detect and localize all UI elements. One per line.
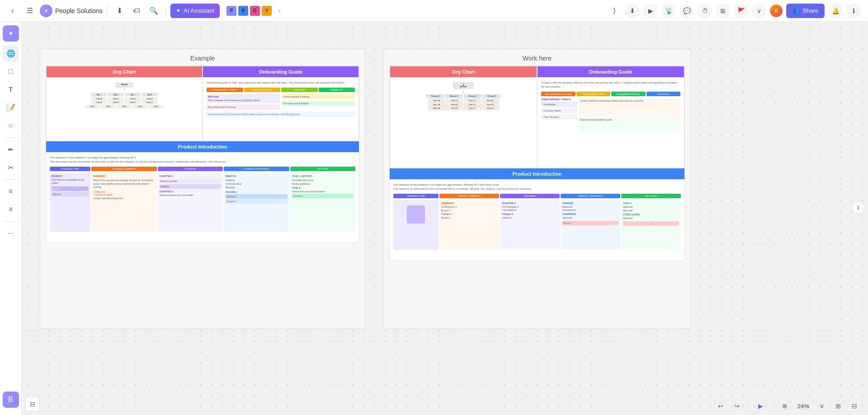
- doc-onboarding-work-header: Onboarding Guide: [538, 66, 684, 77]
- ai-icon: ✦: [176, 7, 181, 14]
- flag-button[interactable]: 🚩: [734, 4, 748, 18]
- doc-org-chart-work-header: Org Chart: [390, 66, 537, 77]
- grid-toggle-button[interactable]: ⊟: [848, 400, 861, 412]
- doc-org-chart-example-body: Director CEO, X Mgr 1 Mgr 2 Mgr 3 Mgr 4: [47, 77, 202, 140]
- doc-onboarding-example[interactable]: Onboarding Guide Onboarding guide to hel…: [203, 66, 359, 141]
- share-button[interactable]: 👥 Share: [786, 4, 825, 18]
- doc-org-chart-example[interactable]: Org Chart Director CEO, X: [46, 66, 203, 141]
- tag-button[interactable]: 🏷: [129, 4, 144, 18]
- left-sidebar: ✦ 🌐 □ T 📝 ○ ✒ ✂ ≡ ≡ ··· B: [0, 22, 22, 415]
- bottom-toolbar: ↩ ↪ ▶ ⊕ 24% ∨ ⊞ ⊟: [0, 397, 868, 415]
- timer-button[interactable]: ⏱: [698, 4, 712, 18]
- help-button[interactable]: ℹ: [846, 4, 861, 18]
- crop-button[interactable]: ⊞: [716, 4, 730, 18]
- doc-product-intro-example-body: The objective of this initiative is to b…: [46, 152, 359, 242]
- doc-onboarding-work[interactable]: Onboarding Guide Trying to offer the gre…: [537, 66, 684, 168]
- sidebar-icon-more[interactable]: ···: [3, 225, 19, 242]
- share-icon: 👥: [793, 7, 800, 14]
- redo-button[interactable]: ↪: [731, 400, 743, 412]
- pointer-button[interactable]: ▶: [755, 400, 767, 412]
- search-button[interactable]: 🔍: [146, 4, 161, 18]
- sidebar-brand[interactable]: ✦: [3, 25, 19, 42]
- sidebar-icon-shape[interactable]: ○: [3, 117, 19, 134]
- expand-button[interactable]: ⟩: [607, 4, 622, 18]
- sidebar-divider-3: [5, 221, 17, 222]
- frame-example-title: Example: [40, 49, 365, 65]
- frame-work-title: Work here: [384, 49, 690, 65]
- doc-product-intro-work-body: The objective of this initiative is to b…: [390, 179, 684, 261]
- doc-onboarding-example-body: Onboarding guide to help new employees g…: [203, 77, 359, 140]
- broadcast-button[interactable]: 📡: [661, 4, 676, 18]
- zoom-dropdown-button[interactable]: ∨: [816, 400, 828, 412]
- bottom-divider-2: [773, 401, 773, 410]
- sidebar-divider-2: [5, 179, 17, 180]
- doc-onboarding-work-body: Trying to offer the greatest effort for …: [538, 77, 684, 168]
- collab-avatars: P B G Y: [226, 5, 272, 16]
- doc-onboarding-example-header: Onboarding Guide: [203, 66, 359, 77]
- user-avatar[interactable]: B: [770, 5, 783, 17]
- zoom-display[interactable]: 24%: [795, 402, 812, 410]
- doc-product-intro-example[interactable]: Product Introduction The objective of th…: [46, 141, 359, 242]
- sidebar-icon-text[interactable]: T: [3, 81, 19, 98]
- menu-button[interactable]: ☰: [23, 4, 37, 18]
- collab-avatar-2: B: [238, 5, 249, 16]
- sidebar-icon-note[interactable]: 📝: [3, 99, 19, 116]
- download-icon-btn[interactable]: ⬇: [625, 4, 640, 18]
- info-button[interactable]: ℹ: [852, 201, 864, 214]
- doc-org-chart-work-body: 👤 Director Manager A Manager B Manager C…: [390, 77, 537, 168]
- collab-expand-button[interactable]: ›: [275, 6, 284, 15]
- top-toolbar: ‹ ☰ ✦ People Solutions ⬇ 🏷 🔍 ✦ AI Assist…: [0, 0, 868, 22]
- frame-work: Work here Org Chart 👤 Director: [383, 49, 691, 329]
- play-button[interactable]: ▶: [643, 4, 658, 18]
- bottom-divider: [749, 401, 749, 410]
- sidebar-icon-globe[interactable]: 🌐: [3, 45, 19, 61]
- collab-avatar-3: G: [250, 5, 260, 16]
- collab-avatar-1: P: [226, 5, 237, 16]
- zoom-in-button[interactable]: ⊕: [778, 400, 791, 412]
- doc-product-intro-work[interactable]: Product Introduction The objective of th…: [390, 168, 684, 261]
- comment-button[interactable]: 💬: [679, 4, 694, 18]
- sidebar-icon-list1[interactable]: ≡: [3, 183, 19, 200]
- doc-org-chart-example-header: Org Chart: [47, 66, 202, 77]
- toolbar-divider-1: [107, 5, 108, 16]
- sidebar-icon-pen[interactable]: ✒: [3, 141, 19, 158]
- sidebar-icon-list2[interactable]: ≡: [3, 201, 19, 218]
- notification-button[interactable]: 🔔: [828, 4, 843, 18]
- toolbar-divider-2: [165, 5, 166, 16]
- ai-assistant-button[interactable]: ✦ AI Assistant: [170, 4, 220, 18]
- toolbar-left: ‹ ☰ ✦ People Solutions ⬇ 🏷 🔍 ✦ AI Assist…: [0, 4, 289, 18]
- doc-org-chart-work[interactable]: Org Chart 👤 Director Manager: [390, 66, 537, 168]
- share-label: Share: [802, 7, 818, 14]
- collab-avatar-4: Y: [261, 5, 272, 16]
- back-button[interactable]: ‹: [5, 4, 20, 18]
- toolbar-right: ⟩ ⬇ ▶ 📡 💬 ⏱ ⊞ 🚩 ∨ B 👥 Share 🔔 ℹ: [607, 4, 868, 18]
- canvas[interactable]: Example Org Chart Director CEO, X: [22, 22, 868, 415]
- fit-view-button[interactable]: ⊞: [832, 400, 844, 412]
- ai-label: AI Assistant: [184, 7, 214, 14]
- sidebar-icon-scissors[interactable]: ✂: [3, 159, 19, 176]
- frame-example: Example Org Chart Director CEO, X: [40, 49, 365, 329]
- chevron-down-button[interactable]: ∨: [752, 4, 766, 18]
- minimap-button[interactable]: ⊟: [25, 397, 40, 411]
- download-button[interactable]: ⬇: [112, 4, 127, 18]
- undo-button[interactable]: ↩: [714, 400, 727, 412]
- sidebar-divider-1: [5, 137, 17, 138]
- app-title: People Solutions: [55, 7, 103, 14]
- doc-product-intro-example-header: Product Introduction: [46, 141, 359, 152]
- doc-product-intro-work-header: Product Introduction: [390, 168, 684, 179]
- sidebar-icon-frame[interactable]: □: [3, 63, 19, 79]
- app-logo: ✦: [40, 5, 52, 17]
